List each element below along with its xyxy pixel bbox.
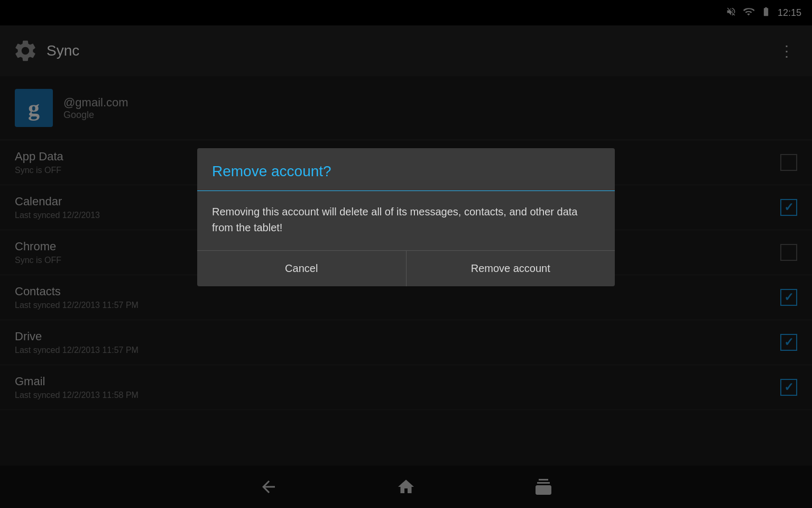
cancel-button[interactable]: Cancel [197, 251, 407, 286]
remove-account-button[interactable]: Remove account [407, 251, 615, 286]
dialog-buttons: Cancel Remove account [197, 250, 615, 286]
dialog-body: Removing this account will delete all of… [197, 191, 615, 250]
remove-account-dialog: Remove account? Removing this account wi… [197, 148, 615, 286]
dialog-title: Remove account? [197, 148, 615, 191]
